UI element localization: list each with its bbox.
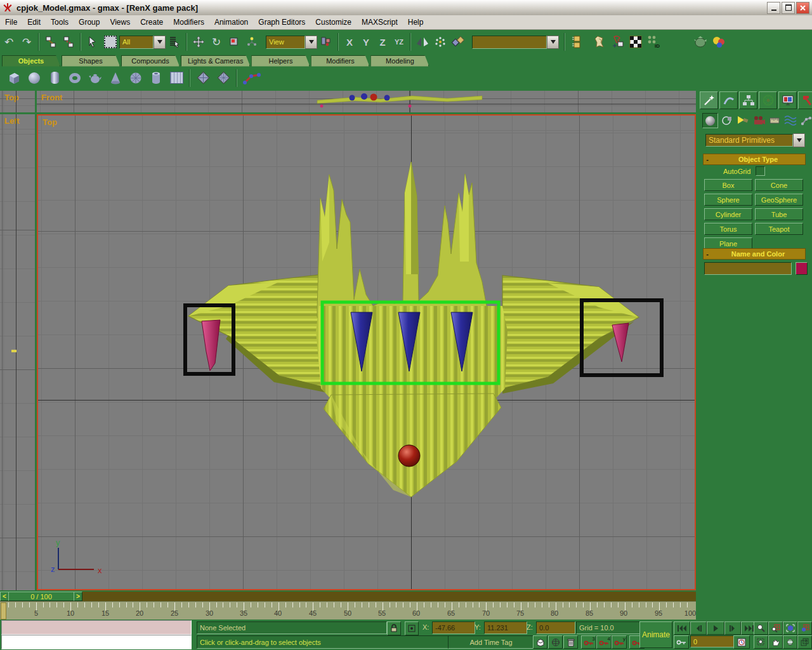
time-config-icon[interactable] [733,635,750,649]
bones-icon[interactable] [242,70,263,86]
axis-x-button[interactable]: X [343,34,357,50]
geosphere-icon[interactable] [128,70,144,86]
arc-rotate-icon[interactable] [783,635,797,649]
select-object-icon[interactable] [84,34,101,50]
menu-create[interactable]: Create [135,16,168,29]
animate-button[interactable]: Animate [639,621,672,648]
tab-modeling[interactable]: Modeling [370,55,429,67]
key-filter-3-icon[interactable]: 3 [581,635,596,649]
sphere-button[interactable]: Sphere [704,194,752,206]
maxscript-listener-pink[interactable] [1,620,192,635]
z-coordinate-field[interactable]: 0.0 [536,621,575,634]
key-filter-4-icon[interactable]: 4 [596,635,612,649]
selection-filter-dropdown[interactable]: All [119,36,154,49]
object-name-field[interactable] [704,262,792,275]
select-and-scale-icon[interactable] [226,34,242,50]
tab-shapes[interactable]: Shapes [62,55,120,67]
time-slider-next-button[interactable]: > [74,592,82,601]
primitive-category-arrow-icon[interactable] [793,133,805,147]
rollout-name-and-color[interactable]: - Name and Color [703,248,806,260]
select-and-manipulate-icon[interactable] [244,34,260,50]
minimize-icon[interactable] [767,2,780,14]
use-pivot-point-icon[interactable] [318,34,334,50]
zoom-extents-all-icon[interactable] [797,621,812,635]
track-bar[interactable]: 5 10 15 20 25 30 35 40 45 50 55 60 65 70… [0,601,696,620]
cylinder-icon[interactable] [46,70,63,86]
region-zoom-icon[interactable] [754,635,768,649]
hierarchy-icon[interactable] [739,91,757,109]
primitive-category-dropdown[interactable]: Standard Primitives [705,134,793,147]
named-selection-arrow-icon[interactable] [547,36,559,49]
key-mode-icon[interactable] [674,635,689,649]
menu-views[interactable]: Views [105,16,135,29]
wireframe-sphere-icon[interactable] [548,635,563,649]
rollout-object-type[interactable]: - Object Type [703,154,806,165]
axis-plane-button[interactable]: YZ [392,34,406,50]
tab-compounds[interactable]: Compounds [121,55,180,67]
box-icon[interactable] [6,70,22,86]
viewport-top-mini[interactable]: Top [0,91,35,112]
time-slider-track[interactable]: < 0 / 100 > [0,592,696,601]
align-icon[interactable] [450,34,466,50]
create-icon[interactable] [700,91,718,109]
material-id-icon[interactable]: ID [645,34,662,50]
time-slider-handle[interactable]: 0 / 100 [8,592,74,601]
selection-lock-button[interactable] [387,621,401,635]
x-coordinate-field[interactable]: -47.66 [432,621,475,634]
prev-frame-icon[interactable] [690,621,707,635]
teapot-icon[interactable] [87,70,103,86]
zoom-all-icon[interactable] [768,621,783,635]
plane-icon[interactable] [168,70,185,86]
render-quick-icon[interactable] [693,34,709,50]
menu-tools[interactable]: Tools [46,16,74,29]
tab-objects[interactable]: Objects [2,55,60,67]
select-and-move-icon[interactable] [190,34,207,50]
go-start-icon[interactable] [674,621,690,635]
helpers-icon[interactable] [767,114,782,128]
quadpatch-icon[interactable] [195,70,211,86]
cone-icon[interactable] [107,70,124,86]
torus-button[interactable]: Torus [704,223,752,235]
material-editor-icon[interactable] [592,34,608,50]
track-view-icon[interactable] [568,34,585,50]
select-by-name-icon[interactable] [166,34,183,50]
menu-graph-editors[interactable]: Graph Editors [253,16,310,29]
tab-modifiers[interactable]: Modifiers [311,55,369,67]
undo-icon[interactable]: ↶ [1,34,17,50]
degradation-cube-icon[interactable] [533,635,547,649]
zoom-icon[interactable] [754,621,768,635]
shapes-icon[interactable] [719,114,734,128]
trash-icon[interactable] [563,635,578,649]
key-filter-y-icon[interactable]: y [612,635,627,649]
render-scene-icon[interactable] [627,34,644,50]
cone-button[interactable]: Cone [755,179,803,191]
coordinate-system-arrow-icon[interactable] [305,36,317,49]
current-frame-field[interactable]: 0 [690,635,736,647]
selection-filter-arrow-icon[interactable] [154,36,166,49]
time-slider-prev-button[interactable]: < [0,592,9,601]
box-button[interactable]: Box [704,179,752,191]
viewport-top-main[interactable]: Top y z x [37,114,696,590]
min-max-toggle-icon[interactable] [797,635,812,649]
array-icon[interactable] [432,34,449,50]
tab-helpers[interactable]: Helpers [251,55,310,67]
absolute-offset-toggle[interactable] [405,621,419,635]
select-and-rotate-icon[interactable]: ↻ [208,34,225,50]
render-last-icon[interactable] [710,34,727,50]
motion-icon[interactable] [759,91,777,109]
modify-icon[interactable] [719,91,738,109]
viewport-front[interactable]: Front [37,91,696,112]
geometry-icon[interactable] [702,113,718,128]
zoom-extents-icon[interactable] [783,621,797,635]
y-coordinate-field[interactable]: 11.231 [484,621,527,634]
menu-maxscript[interactable]: MAXScript [357,16,403,29]
menu-help[interactable]: Help [403,16,429,29]
pan-icon[interactable] [768,635,783,649]
menu-edit[interactable]: Edit [22,16,46,29]
sphere-icon[interactable] [26,70,43,86]
named-selection-dropdown[interactable] [472,36,547,49]
restore-icon[interactable] [782,2,795,14]
menu-file[interactable]: File [0,16,22,29]
tripatch-icon[interactable] [215,70,232,86]
schematic-view-icon[interactable] [610,34,626,50]
